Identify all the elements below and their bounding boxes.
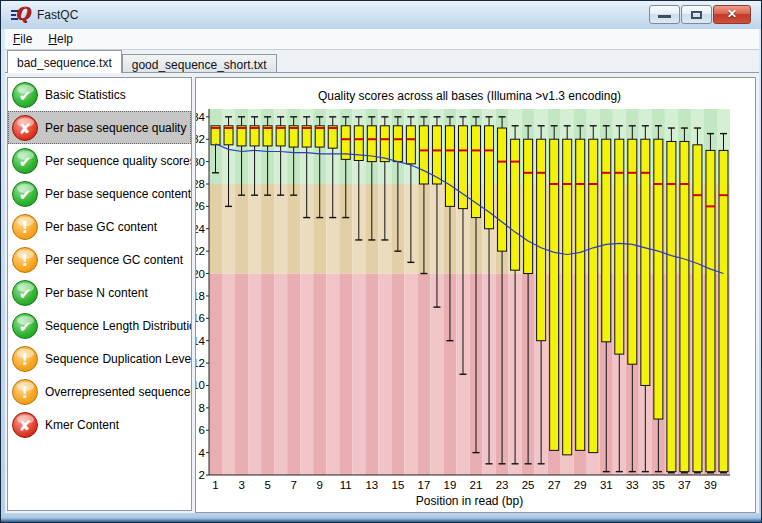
sidebar-item-label: Kmer Content bbox=[45, 418, 119, 432]
orange-warning-icon: ! bbox=[12, 247, 38, 273]
file-tabs: bad_sequence.txtgood_sequence_short.txt bbox=[5, 50, 759, 73]
svg-text:33: 33 bbox=[626, 479, 639, 491]
close-icon: ✕ bbox=[714, 7, 750, 21]
red-cross-icon: ✘ bbox=[12, 412, 38, 438]
svg-text:15: 15 bbox=[392, 479, 405, 491]
tab-good_sequence_short.txt[interactable]: good_sequence_short.txt bbox=[122, 54, 277, 73]
sidebar-item-label: Sequence Duplication Levels bbox=[45, 352, 192, 366]
tab-bad_sequence.txt[interactable]: bad_sequence.txt bbox=[7, 50, 122, 73]
svg-text:13: 13 bbox=[365, 479, 378, 491]
svg-text:12: 12 bbox=[196, 357, 205, 369]
sidebar-item-per-base-gc-content[interactable]: !Per base GC content bbox=[8, 210, 191, 243]
svg-text:19: 19 bbox=[444, 479, 457, 491]
svg-text:24: 24 bbox=[196, 223, 206, 235]
minimize-button[interactable] bbox=[649, 5, 680, 24]
svg-text:11: 11 bbox=[340, 479, 352, 491]
sidebar-item-sequence-length-distribution[interactable]: ✔Sequence Length Distribution bbox=[8, 309, 191, 342]
red-cross-icon: ✘ bbox=[12, 115, 38, 141]
sidebar-item-label: Per base sequence content bbox=[45, 187, 191, 201]
svg-text:6: 6 bbox=[199, 424, 205, 436]
green-check-icon: ✔ bbox=[12, 280, 38, 306]
svg-text:21: 21 bbox=[470, 479, 483, 491]
sidebar-item-label: Per base sequence quality bbox=[45, 121, 186, 135]
svg-text:8: 8 bbox=[199, 402, 205, 414]
svg-text:29: 29 bbox=[574, 479, 587, 491]
green-check-icon: ✔ bbox=[12, 148, 38, 174]
menu-bar: FileHelp bbox=[5, 29, 759, 50]
title-bar[interactable]: Q FastQC ✕ bbox=[1, 1, 761, 29]
sidebar-item-label: Basic Statistics bbox=[45, 88, 126, 102]
fastqc-window: Q FastQC ✕ FileHelp bad_sequence.txtgood… bbox=[0, 0, 762, 523]
chart-panel: Quality scores across all bases (Illumin… bbox=[195, 77, 756, 513]
orange-warning-icon: ! bbox=[12, 346, 38, 372]
svg-text:17: 17 bbox=[418, 479, 431, 491]
maximize-button[interactable] bbox=[681, 5, 712, 24]
sidebar-item-per-base-sequence-quality[interactable]: ✘Per base sequence quality bbox=[8, 111, 191, 144]
work-area: bad_sequence.txtgood_sequence_short.txt … bbox=[5, 50, 759, 515]
close-button[interactable]: ✕ bbox=[713, 5, 751, 24]
green-check-icon: ✔ bbox=[12, 181, 38, 207]
svg-text:32: 32 bbox=[196, 133, 205, 145]
report-module-list: ✔Basic Statistics✘Per base sequence qual… bbox=[7, 77, 192, 511]
orange-warning-icon: ! bbox=[12, 214, 38, 240]
svg-text:25: 25 bbox=[522, 479, 535, 491]
svg-text:18: 18 bbox=[196, 290, 205, 302]
svg-text:20: 20 bbox=[196, 268, 205, 280]
svg-text:27: 27 bbox=[548, 479, 561, 491]
svg-text:37: 37 bbox=[678, 479, 691, 491]
svg-text:10: 10 bbox=[196, 379, 205, 391]
sidebar-item-label: Per sequence quality scores bbox=[45, 154, 192, 168]
green-check-icon: ✔ bbox=[12, 313, 38, 339]
sidebar-item-per-sequence-quality-scores[interactable]: ✔Per sequence quality scores bbox=[8, 144, 191, 177]
svg-text:5: 5 bbox=[264, 479, 270, 491]
svg-text:2: 2 bbox=[199, 469, 205, 481]
menu-item-file[interactable]: File bbox=[5, 30, 40, 48]
chart-x-axis-label: Position in read (bp) bbox=[209, 494, 730, 508]
window-frame bbox=[1, 513, 761, 522]
svg-text:23: 23 bbox=[496, 479, 509, 491]
sidebar-item-overrepresented-sequences[interactable]: !Overrepresented sequences bbox=[8, 375, 191, 408]
svg-text:16: 16 bbox=[196, 312, 205, 324]
sidebar-item-per-base-sequence-content[interactable]: ✔Per base sequence content bbox=[8, 177, 191, 210]
svg-text:31: 31 bbox=[600, 479, 613, 491]
sidebar-item-label: Per base N content bbox=[45, 286, 148, 300]
sidebar-item-basic-statistics[interactable]: ✔Basic Statistics bbox=[8, 78, 191, 111]
svg-text:4: 4 bbox=[199, 447, 206, 459]
sidebar-item-per-base-n-content[interactable]: ✔Per base N content bbox=[8, 276, 191, 309]
svg-text:9: 9 bbox=[316, 479, 322, 491]
orange-warning-icon: ! bbox=[12, 379, 38, 405]
sidebar-item-label: Per sequence GC content bbox=[45, 253, 183, 267]
svg-text:35: 35 bbox=[652, 479, 665, 491]
svg-text:30: 30 bbox=[196, 156, 205, 168]
minimize-icon bbox=[658, 15, 671, 18]
sidebar-item-kmer-content[interactable]: ✘Kmer Content bbox=[8, 408, 191, 441]
svg-text:28: 28 bbox=[196, 178, 205, 190]
window-title: FastQC bbox=[37, 8, 78, 22]
sidebar-item-label: Sequence Length Distribution bbox=[45, 319, 192, 333]
sidebar-item-per-sequence-gc-content[interactable]: !Per sequence GC content bbox=[8, 243, 191, 276]
svg-text:1: 1 bbox=[212, 479, 218, 491]
svg-text:39: 39 bbox=[704, 479, 717, 491]
svg-text:34: 34 bbox=[196, 111, 206, 123]
svg-text:7: 7 bbox=[290, 479, 296, 491]
svg-text:26: 26 bbox=[196, 200, 205, 212]
chart-title: Quality scores across all bases (Illumin… bbox=[209, 89, 730, 103]
sidebar-item-sequence-duplication-levels[interactable]: !Sequence Duplication Levels bbox=[8, 342, 191, 375]
quality-boxplot-chart: 2468101214161820222426283032341357911131… bbox=[196, 78, 755, 512]
fastqc-logo-icon: Q bbox=[11, 6, 31, 24]
maximize-icon bbox=[691, 11, 702, 19]
svg-text:22: 22 bbox=[196, 245, 205, 257]
sidebar-item-label: Per base GC content bbox=[45, 220, 157, 234]
menu-item-help[interactable]: Help bbox=[40, 30, 81, 48]
svg-text:3: 3 bbox=[238, 479, 244, 491]
svg-text:14: 14 bbox=[196, 335, 206, 347]
sidebar-item-label: Overrepresented sequences bbox=[45, 385, 192, 399]
green-check-icon: ✔ bbox=[12, 82, 38, 108]
